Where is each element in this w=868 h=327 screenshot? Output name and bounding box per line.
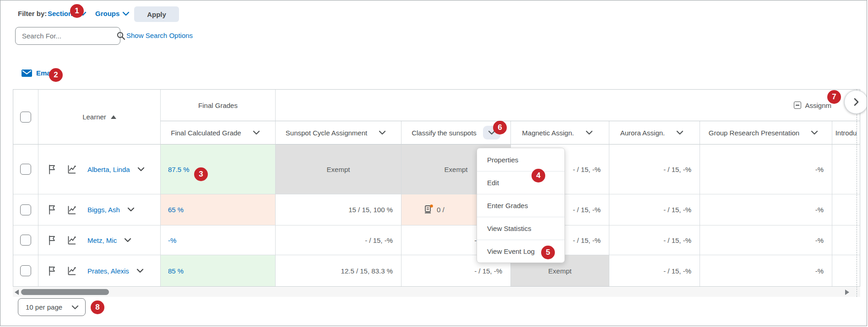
final-grade-link[interactable]: 87.5 % <box>168 166 190 173</box>
column-header-introdu: Introdu <box>832 121 860 145</box>
callout-badge-3: 3 <box>194 167 208 181</box>
menu-item-properties[interactable]: Properties <box>477 148 564 171</box>
apply-button[interactable]: Apply <box>134 6 179 22</box>
chevron-down-icon[interactable] <box>136 268 144 273</box>
column-header-magnetic-assign-: Magnetic Assign. <box>510 121 609 145</box>
show-search-options-link[interactable]: Show Search Options <box>126 32 193 39</box>
flag-button[interactable] <box>49 205 55 214</box>
column-menu-button[interactable] <box>374 126 391 139</box>
per-page-select[interactable]: 10 per page <box>18 298 86 316</box>
chevron-down-icon[interactable] <box>124 237 131 243</box>
chevron-down-icon[interactable] <box>811 130 818 135</box>
chevron-down-icon[interactable] <box>253 130 260 135</box>
search-input[interactable] <box>16 32 117 40</box>
column-menu-button[interactable] <box>806 126 823 139</box>
grade-events-button[interactable] <box>67 205 76 214</box>
grade-events-chart-icon[interactable] <box>67 236 76 245</box>
row-checkbox[interactable] <box>20 204 31 215</box>
grades-table: Learner Final Grades Assignm Final Calcu… <box>13 89 860 287</box>
filter-groups-dropdown[interactable]: Groups <box>95 10 130 17</box>
scrollbar-thumb[interactable] <box>21 289 109 295</box>
learner-column-header[interactable]: Learner <box>38 90 160 145</box>
learner-name-link[interactable]: Biggs, Ash <box>87 206 120 214</box>
groups-link[interactable]: Groups <box>95 10 119 17</box>
scrollbar-left-arrow-icon[interactable] <box>15 289 19 295</box>
grade-cell <box>832 225 860 255</box>
row-checkbox[interactable] <box>20 265 31 276</box>
column-menu-button[interactable] <box>580 126 598 139</box>
learner-cell: Metz, Mic <box>38 225 160 255</box>
learner-menu-button[interactable] <box>137 166 145 173</box>
flag-button[interactable] <box>49 236 55 245</box>
grade-cell: 15 / 15, 100 % <box>275 194 401 225</box>
flag-icon[interactable] <box>49 236 55 245</box>
grade-cell: -% <box>700 225 832 255</box>
column-header-label: Introdu <box>835 129 857 137</box>
grade-events-chart-icon[interactable] <box>67 205 76 214</box>
search-button[interactable] <box>117 28 125 44</box>
grade-value: -% <box>815 267 824 275</box>
row-select-cell <box>13 255 38 286</box>
flag-button[interactable] <box>49 165 55 174</box>
flag-icon[interactable] <box>49 266 55 276</box>
final-grade-link[interactable]: 85 % <box>168 267 184 275</box>
chevron-down-icon[interactable] <box>379 130 386 135</box>
scrollbar-right-arrow-icon[interactable] <box>845 289 849 295</box>
grade-events-button[interactable] <box>67 165 76 174</box>
learner-name-link[interactable]: Prates, Alexis <box>87 267 129 275</box>
learner-menu-button[interactable] <box>124 236 131 244</box>
learner-name-link[interactable]: Alberta, Linda <box>87 166 130 173</box>
grade-value: -% <box>815 206 824 214</box>
menu-item-edit[interactable]: Edit <box>477 171 564 194</box>
grade-events-chart-icon[interactable] <box>67 266 76 275</box>
grade-events-button[interactable] <box>67 236 76 245</box>
assignments-group-header: Assignm <box>275 90 860 121</box>
column-menu-button[interactable] <box>248 126 265 139</box>
column-header-label: Group Research Presentation <box>709 129 799 137</box>
row-select-cell <box>13 225 38 255</box>
email-icon <box>22 70 32 77</box>
grade-value: -% <box>815 166 824 173</box>
final-grade-link[interactable]: 65 % <box>168 206 184 214</box>
grade-cell <box>832 194 860 225</box>
grade-value: Exempt <box>548 267 572 275</box>
row-checkbox[interactable] <box>20 164 31 175</box>
chevron-down-icon[interactable] <box>137 166 145 172</box>
horizontal-scrollbar[interactable] <box>13 287 860 297</box>
chevron-down-icon[interactable] <box>127 207 135 212</box>
chevron-down-icon[interactable] <box>586 130 593 135</box>
grade-value: - / 15, -% <box>365 236 393 244</box>
learner-menu-button[interactable] <box>136 267 144 275</box>
grade-value: - / 15, -% <box>663 236 691 244</box>
menu-item-enter-grades[interactable]: Enter Grades <box>477 194 564 217</box>
chevron-down-icon[interactable] <box>122 11 130 16</box>
column-header-sunspot-cycle-assignment: Sunspot Cycle Assignment <box>275 121 401 145</box>
gradebook-page: Filter by: Sections Groups Apply Show Se… <box>0 0 867 326</box>
grade-cell <box>832 255 860 286</box>
feedback-doc-icon[interactable] <box>424 204 433 214</box>
select-all-checkbox[interactable] <box>20 112 31 123</box>
chevron-down-icon[interactable] <box>676 130 684 135</box>
flag-button[interactable] <box>49 266 55 276</box>
learner-menu-button[interactable] <box>127 206 135 214</box>
flag-icon[interactable] <box>49 205 55 214</box>
callout-badge-5: 5 <box>541 246 555 259</box>
row-checkbox[interactable] <box>20 235 31 246</box>
callout-badge-7: 7 <box>827 90 841 104</box>
collapse-assignments-button[interactable]: Assignm <box>794 102 831 109</box>
row-select-cell <box>13 194 38 225</box>
final-grade-link[interactable]: -% <box>168 236 176 244</box>
scroll-columns-right-button[interactable] <box>844 90 867 114</box>
grade-cell: - / 15, -% <box>609 225 700 255</box>
learner-name-link[interactable]: Metz, Mic <box>87 236 117 244</box>
per-page-label: 10 per page <box>26 303 62 311</box>
column-divider-dashed <box>857 89 857 297</box>
select-all-cell <box>13 90 38 145</box>
grade-events-button[interactable] <box>67 266 76 275</box>
callout-badge-6: 6 <box>493 121 507 134</box>
grade-cell: -% <box>700 145 832 194</box>
grade-events-chart-icon[interactable] <box>67 165 76 174</box>
column-menu-button[interactable] <box>671 126 689 139</box>
menu-item-view-statistics[interactable]: View Statistics <box>477 217 564 240</box>
flag-icon[interactable] <box>49 165 55 174</box>
